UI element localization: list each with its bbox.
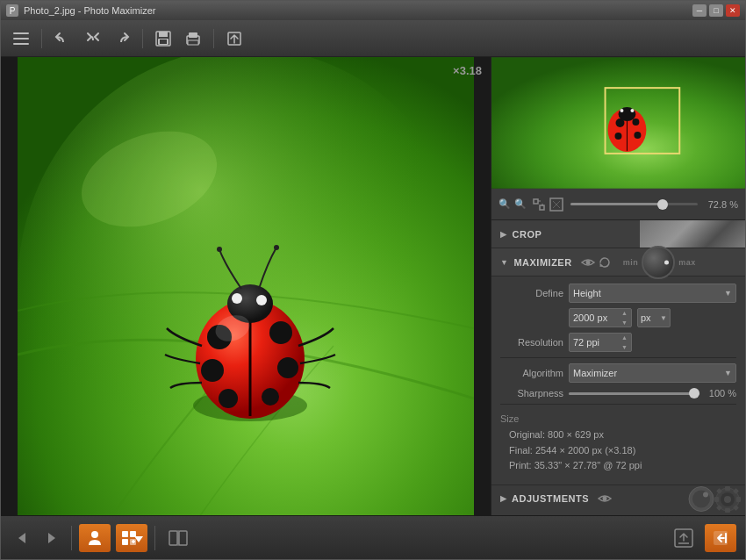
define-select[interactable]: Height ▼ bbox=[569, 284, 736, 303]
algorithm-select[interactable]: Maximizer ▼ bbox=[569, 363, 736, 383]
size-info: Original: 800 × 629 px Final: 2544 × 200… bbox=[500, 427, 736, 474]
crop-panel-arrow: ▶ bbox=[500, 230, 507, 239]
dial-min-label: min bbox=[623, 258, 639, 267]
adjustments-panel-header[interactable]: ▶ ADJUSTMENTS bbox=[491, 485, 745, 513]
size-section: Size Original: 800 × 629 px Final: 2544 … bbox=[500, 410, 736, 477]
resolution-label: Resolution bbox=[500, 337, 563, 348]
unit-select[interactable]: px ▼ bbox=[637, 308, 671, 327]
sharpness-slider[interactable] bbox=[569, 392, 699, 395]
svg-rect-0 bbox=[13, 32, 29, 34]
batch-button[interactable] bbox=[116, 524, 147, 552]
exit-button[interactable] bbox=[705, 524, 736, 552]
res-down-arrow[interactable]: ▼ bbox=[621, 344, 628, 350]
svg-rect-55 bbox=[716, 505, 722, 511]
undo2-button[interactable] bbox=[79, 26, 105, 51]
size-section-label: Size bbox=[500, 413, 736, 424]
app-icon: P bbox=[6, 4, 18, 17]
menu-button[interactable] bbox=[8, 26, 34, 51]
photo-container bbox=[1, 57, 491, 515]
print-button[interactable] bbox=[180, 26, 206, 51]
maximizer-panel-header[interactable]: ▼ MAXIMIZER bbox=[491, 248, 745, 276]
upload-button[interactable] bbox=[668, 524, 699, 552]
svg-marker-59 bbox=[48, 533, 55, 543]
svg-rect-50 bbox=[725, 508, 730, 513]
save-button[interactable] bbox=[150, 26, 176, 51]
window-controls: ─ □ ✕ bbox=[692, 4, 740, 17]
adjustments-visibility-icon[interactable] bbox=[598, 493, 612, 504]
svg-point-35 bbox=[634, 132, 641, 139]
zoom-out-icon[interactable]: 🔍 bbox=[499, 198, 511, 210]
svg-point-38 bbox=[630, 109, 634, 112]
right-panel: 🔍 🔍 72.8 % bbox=[491, 57, 745, 515]
svg-rect-2 bbox=[13, 43, 29, 45]
svg-point-48 bbox=[721, 492, 735, 506]
svg-rect-9 bbox=[188, 40, 198, 45]
dial-max-label: max bbox=[678, 258, 696, 267]
svg-rect-8 bbox=[189, 32, 197, 38]
crop-panel-header[interactable]: ▶ CROP bbox=[491, 220, 745, 248]
svg-point-45 bbox=[585, 260, 590, 264]
maximize-button[interactable]: □ bbox=[709, 4, 723, 17]
svg-rect-40 bbox=[534, 199, 538, 204]
bottom-toolbar bbox=[1, 515, 745, 559]
toolbar-separator-1 bbox=[41, 29, 42, 48]
svg-rect-51 bbox=[714, 497, 719, 502]
portrait-button[interactable] bbox=[79, 524, 111, 552]
maximizer-panel-icons bbox=[581, 256, 611, 269]
svg-point-33 bbox=[632, 118, 639, 126]
zoom-badge: ×3.18 bbox=[453, 64, 482, 77]
divider-2 bbox=[500, 404, 736, 405]
svg-point-25 bbox=[256, 295, 267, 305]
svg-marker-67 bbox=[134, 536, 143, 542]
svg-rect-4 bbox=[159, 32, 168, 37]
maximizer-panel-arrow: ▼ bbox=[500, 258, 508, 267]
maximizer-content: Define Height ▼ 2000 px ▲ ▼ bbox=[491, 276, 745, 485]
resolution-row: Resolution 72 ppi ▲ ▼ bbox=[500, 333, 736, 352]
svg-point-24 bbox=[232, 293, 242, 304]
next-button[interactable] bbox=[39, 526, 64, 550]
sharpness-thumb[interactable] bbox=[689, 388, 699, 398]
resolution-input[interactable]: 72 ppi ▲ ▼ bbox=[569, 333, 632, 352]
zoom-percent: 72.8 % bbox=[705, 199, 738, 210]
sharpness-label: Sharpness bbox=[500, 388, 563, 398]
fit-icon[interactable] bbox=[532, 197, 546, 212]
svg-rect-69 bbox=[179, 531, 187, 545]
toolbar-separator-2 bbox=[142, 29, 143, 48]
batch-dropdown-icon bbox=[134, 536, 143, 545]
res-up-arrow[interactable]: ▲ bbox=[621, 334, 628, 341]
panels-section[interactable]: ▶ CROP ▼ MAXIMIZER bbox=[491, 220, 745, 515]
export-button[interactable] bbox=[221, 26, 247, 51]
redo-button[interactable] bbox=[109, 26, 135, 51]
size-up-arrow[interactable]: ▲ bbox=[621, 310, 628, 316]
maximizer-dial[interactable] bbox=[642, 246, 675, 279]
size-input[interactable]: 2000 px ▲ ▼ bbox=[569, 308, 632, 327]
prev-button[interactable] bbox=[10, 526, 34, 550]
reset-icon[interactable] bbox=[599, 256, 611, 269]
sharpness-percent: 100 % bbox=[705, 388, 736, 398]
svg-point-18 bbox=[269, 321, 292, 344]
define-row: Define Height ▼ bbox=[500, 284, 736, 303]
algorithm-label: Algorithm bbox=[500, 368, 563, 378]
undo-button[interactable] bbox=[49, 26, 75, 51]
minimize-button[interactable]: ─ bbox=[692, 4, 707, 17]
svg-point-47 bbox=[716, 488, 739, 511]
size-original: Original: 800 × 629 px bbox=[509, 427, 736, 443]
exit-icon bbox=[712, 529, 729, 547]
visibility-icon[interactable] bbox=[581, 257, 595, 268]
svg-point-37 bbox=[620, 109, 623, 112]
photo-panel[interactable]: ×3.18 bbox=[1, 57, 491, 515]
zoom-slider[interactable] bbox=[570, 203, 698, 205]
adjustments-panel-label: ADJUSTMENTS bbox=[512, 493, 589, 504]
close-button[interactable]: ✕ bbox=[726, 4, 740, 17]
compare-button[interactable] bbox=[162, 524, 194, 552]
bottom-sep-1 bbox=[71, 526, 72, 550]
size-down-arrow[interactable]: ▼ bbox=[621, 319, 628, 326]
svg-rect-61 bbox=[122, 531, 128, 537]
size-print: Print: 35.33" × 27.78" @ 72 ppi bbox=[509, 458, 736, 474]
svg-rect-6 bbox=[160, 39, 167, 44]
define-label: Define bbox=[500, 288, 563, 298]
portrait-icon bbox=[87, 529, 103, 547]
zoom-in-icon[interactable]: 🔍 bbox=[514, 198, 527, 210]
size-final: Final: 2544 × 2000 px (×3.18) bbox=[509, 443, 736, 459]
fill-icon[interactable] bbox=[549, 197, 563, 212]
